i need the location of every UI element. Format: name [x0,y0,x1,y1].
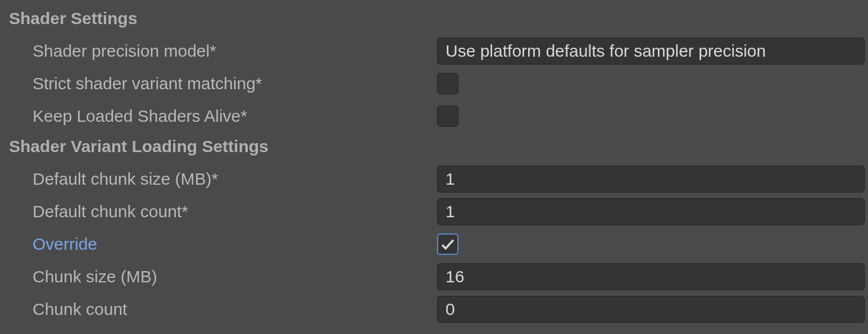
input-default-chunk-size[interactable]: 1 [437,166,865,193]
row-default-chunk-size: Default chunk size (MB)* 1 [0,163,868,195]
row-chunk-count: Chunk count 0 [0,293,868,326]
input-default-chunk-count[interactable]: 1 [437,198,865,225]
row-shader-precision-model: Shader precision model* Use platform def… [0,35,868,67]
dropdown-shader-precision-model[interactable]: Use platform defaults for sampler precis… [437,38,865,65]
checkbox-keep-loaded-shaders-alive[interactable] [437,106,458,127]
input-chunk-count[interactable]: 0 [437,296,865,323]
row-strict-shader-variant-matching: Strict shader variant matching* [0,67,868,100]
label-default-chunk-size: Default chunk size (MB)* [0,167,437,191]
label-shader-precision-model: Shader precision model* [0,39,437,63]
label-keep-loaded-shaders-alive: Keep Loaded Shaders Alive* [0,104,437,128]
section-header-shader-settings: Shader Settings [0,4,868,35]
row-default-chunk-count: Default chunk count* 1 [0,195,868,228]
checkbox-override[interactable] [437,234,458,255]
section-header-shader-variant-loading: Shader Variant Loading Settings [0,132,868,163]
label-override: Override [0,232,437,256]
row-chunk-size: Chunk size (MB) 16 [0,260,868,293]
label-chunk-size: Chunk size (MB) [0,265,437,289]
row-keep-loaded-shaders-alive: Keep Loaded Shaders Alive* [0,100,868,132]
label-strict-shader-variant-matching: Strict shader variant matching* [0,72,437,95]
label-chunk-count: Chunk count [0,298,437,321]
input-chunk-size[interactable]: 16 [437,263,865,290]
checkmark-icon [439,236,456,253]
row-override: Override [0,228,868,260]
checkbox-strict-shader-variant-matching[interactable] [437,73,458,94]
label-default-chunk-count: Default chunk count* [0,200,437,223]
